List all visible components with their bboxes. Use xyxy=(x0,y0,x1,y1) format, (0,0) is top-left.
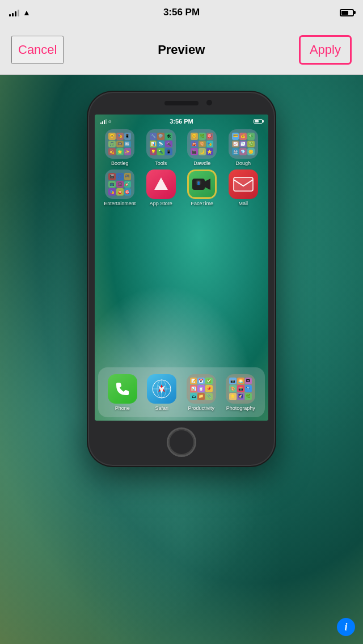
phone-speaker xyxy=(164,101,199,105)
phone-icon xyxy=(108,374,137,404)
phone-home-button[interactable] xyxy=(167,427,196,457)
status-bar-right xyxy=(340,9,354,16)
battery-icon xyxy=(340,9,354,16)
app-item-bootleg[interactable]: 😀 🎭 📱 🎵 🎮 🔤 💫 🌟 ✨ xyxy=(100,129,139,166)
phone-dock: Phone S xyxy=(98,367,265,417)
status-bar: ▲ 3:56 PM xyxy=(0,0,363,25)
main-content: ⌾ 3:56 PM 😀 xyxy=(0,75,363,644)
cancel-button[interactable]: Cancel xyxy=(11,36,64,64)
status-bar-left: ▲ xyxy=(9,8,31,17)
apply-button[interactable]: Apply xyxy=(299,35,352,65)
phone-inner: ⌾ 3:56 PM 😀 xyxy=(89,93,274,465)
signal-icon xyxy=(9,9,19,16)
app-item-appstore[interactable]: App Store xyxy=(142,170,180,206)
appstore-icon xyxy=(146,170,176,199)
app-grid: 😀 🎭 📱 🎵 🎮 🔤 💫 🌟 ✨ xyxy=(95,127,268,206)
phone-screen: ⌾ 3:56 PM 😀 xyxy=(95,115,268,421)
mail-icon xyxy=(229,170,258,199)
dough-icon: 💳 💰 💵 📈 📉 💹 🏦 💎 🪙 xyxy=(229,129,258,159)
app-item-tools[interactable]: 🔧 ⚙️ 🛠 📊 📡 🔌 💡 🔦 📱 xyxy=(142,129,180,166)
photography-label: Photography xyxy=(226,405,255,411)
mini-battery-icon xyxy=(254,119,263,124)
mini-time: 3:56 PM xyxy=(170,118,193,125)
bootleg-icon: 😀 🎭 📱 🎵 🎮 🔤 💫 🌟 ✨ xyxy=(105,129,134,159)
dock-productivity[interactable]: 📝 📅 ✅ 📊 📋 📌 🗂 📁 📎 Produc xyxy=(182,374,221,411)
app-row-1: 😀 🎭 📱 🎵 🎮 🔤 💫 🌟 ✨ xyxy=(99,129,264,166)
app-item-dough[interactable]: 💳 💰 💵 📈 📉 💹 🏦 💎 🪙 xyxy=(224,129,263,166)
dock-phone[interactable]: Phone xyxy=(103,374,142,411)
app-item-facetime[interactable]: 👤 FaceTime xyxy=(183,170,221,206)
svg-text:👤: 👤 xyxy=(197,181,201,185)
facetime-icon: 👤 xyxy=(187,170,217,199)
mini-wifi-icon: ⌾ xyxy=(108,118,111,124)
mini-status-bar: ⌾ 3:56 PM xyxy=(95,115,268,127)
dock-safari[interactable]: Safari xyxy=(142,374,181,411)
appstore-label: App Store xyxy=(150,201,172,206)
dough-label: Dough xyxy=(235,160,251,166)
photography-icon: 📷 🌅 🖼 🎨 📸 🔭 ⭐ 🌠 🌿 xyxy=(226,374,255,404)
app-item-entertainment[interactable]: 🎬 🎵 🎮 📺 🎧 🎸 🎭 🎪 🎯 xyxy=(100,170,139,206)
info-icon: i xyxy=(337,618,355,636)
phone-camera xyxy=(206,100,212,105)
app-row-2: 🎬 🎵 🎮 📺 🎧 🎸 🎭 🎪 🎯 xyxy=(99,170,264,206)
app-item-dawdle[interactable]: 😊 🌿 🎯 🎪 🎨 🎭 🎬 🌙 ⭐ xyxy=(183,129,221,166)
phone-label: Phone xyxy=(115,405,130,411)
svg-marker-1 xyxy=(205,179,210,190)
bootleg-label: Bootleg xyxy=(111,160,129,166)
tools-label: Tools xyxy=(155,160,167,166)
status-bar-time: 3:56 PM xyxy=(163,7,200,18)
entertainment-icon: 🎬 🎵 🎮 📺 🎧 🎸 🎭 🎪 🎯 xyxy=(105,170,134,199)
app-item-mail[interactable]: Mail xyxy=(224,170,263,206)
productivity-icon: 📝 📅 ✅ 📊 📋 📌 🗂 📁 📎 xyxy=(187,374,216,404)
svg-rect-5 xyxy=(234,177,253,191)
facetime-label: FaceTime xyxy=(191,201,213,206)
tools-icon: 🔧 ⚙️ 🛠 📊 📡 🔌 💡 🔦 📱 xyxy=(146,129,176,159)
safari-icon xyxy=(147,374,176,404)
nav-bar: Cancel Preview Apply xyxy=(0,25,363,75)
mail-label: Mail xyxy=(238,201,248,206)
safari-label: Safari xyxy=(155,405,168,411)
dock-photography[interactable]: 📷 🌅 🖼 🎨 📸 🔭 ⭐ 🌠 🌿 Photog xyxy=(221,374,260,411)
info-button[interactable]: i xyxy=(337,618,355,636)
dawdle-icon: 😊 🌿 🎯 🎪 🎨 🎭 🎬 🌙 ⭐ xyxy=(187,129,217,159)
page-title: Preview xyxy=(158,43,205,57)
mini-signal-icon xyxy=(100,119,107,124)
dawdle-label: Dawdle xyxy=(193,160,210,166)
mini-signal-wifi: ⌾ xyxy=(100,118,111,124)
phone-mockup: ⌾ 3:56 PM 😀 xyxy=(88,92,275,466)
wifi-icon: ▲ xyxy=(23,8,31,17)
entertainment-label: Entertainment xyxy=(104,201,136,206)
productivity-label: Productivity xyxy=(188,405,214,411)
